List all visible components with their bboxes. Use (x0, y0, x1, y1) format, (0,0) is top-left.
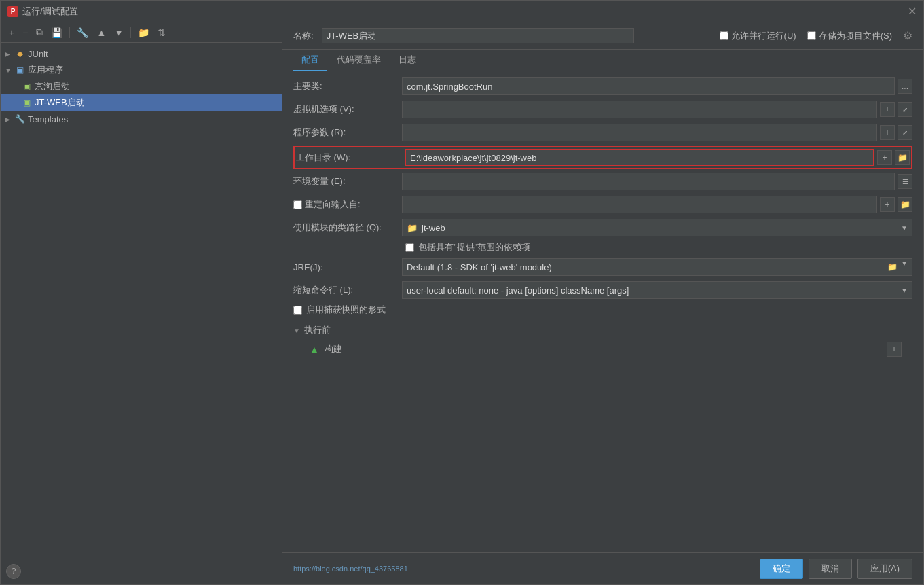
help-button[interactable]: ? (6, 564, 21, 579)
jtweb-label: JT-WEB启动 (35, 96, 85, 109)
app-label: 应用程序 (28, 64, 63, 76)
jre-label: JRE(J): (293, 262, 402, 272)
junit-arrow: ▶ (5, 50, 14, 58)
folder-button[interactable]: 📁 (135, 26, 152, 39)
app-params-input[interactable] (402, 124, 877, 141)
dialog: P 运行/调试配置 ✕ + − ⧉ 💾 🔧 ▲ ▼ 📁 ⇅ (0, 0, 924, 585)
sidebar-item-junit[interactable]: ▶ ◆ JUnit (1, 46, 282, 62)
env-vars-row: 环境变量 (E): ☰ (293, 172, 912, 191)
main-class-field: ... (402, 77, 912, 95)
module-folder-icon: 📁 (407, 223, 418, 233)
cancel-button[interactable]: 取消 (809, 559, 852, 579)
header-checkboxes: 允许并行运行(U) 存储为项目文件(S) ⚙ (720, 29, 912, 42)
capture-checkbox[interactable] (293, 306, 302, 315)
templates-label: Templates (28, 114, 68, 124)
params-browse-btn[interactable]: ⤢ (898, 125, 912, 140)
name-input[interactable] (322, 28, 634, 43)
redirect-input[interactable] (402, 196, 877, 213)
module-classpath-row: 使用模块的类路径 (Q): 📁 jt-web ▼ (293, 218, 912, 237)
junit-label: JUnit (28, 49, 48, 59)
save-config-button[interactable]: 💾 (48, 26, 65, 39)
templates-icon: 🔧 (14, 113, 25, 124)
settings-button[interactable]: 🔧 (74, 26, 91, 39)
app-arrow: ▼ (5, 67, 14, 74)
save-checkbox[interactable] (807, 31, 816, 40)
jingtao-label: 京淘启动 (35, 80, 70, 92)
vm-expand-btn[interactable]: + (880, 102, 895, 117)
jre-dropdown[interactable]: Default (1.8 - SDK of 'jt-web' module) 📁… (402, 258, 912, 276)
short-cmd-row: 缩短命令行 (L): user-local default: none - ja… (293, 281, 912, 300)
short-cmd-value: user-local default: none - java [options… (407, 285, 629, 296)
jre-row: JRE(J): Default (1.8 - SDK of 'jt-web' m… (293, 258, 912, 277)
remove-config-button[interactable]: − (20, 26, 31, 39)
sidebar-item-jingtao[interactable]: ▣ 京淘启动 (1, 78, 282, 94)
redirect-row: 重定向输入自: + 📁 (293, 195, 912, 214)
workdir-add-btn[interactable]: + (877, 150, 892, 165)
up-button[interactable]: ▲ (94, 26, 109, 39)
module-classpath-field: 📁 jt-web ▼ (402, 219, 912, 236)
close-button[interactable]: ✕ (908, 5, 917, 18)
add-build-btn[interactable]: + (887, 342, 902, 357)
parallel-checkbox[interactable] (720, 31, 728, 40)
module-dropdown[interactable]: 📁 jt-web ▼ (402, 219, 912, 236)
redirect-add-btn[interactable]: + (880, 197, 895, 212)
url-text: https://blog.csdn.net/qq_43765881 (293, 565, 408, 573)
module-classpath-label: 使用模块的类路径 (Q): (293, 221, 402, 234)
env-vars-input[interactable] (402, 173, 895, 190)
copy-config-button[interactable]: ⧉ (33, 25, 45, 39)
confirm-button[interactable]: 确定 (760, 559, 803, 579)
junit-icon: ◆ (14, 48, 25, 59)
workdir-browse-btn[interactable]: 📁 (895, 150, 910, 165)
working-dir-label: 工作目录 (W): (296, 152, 405, 164)
tab-coverage[interactable]: 代码覆盖率 (329, 50, 389, 71)
app-params-label: 程序参数 (R): (293, 126, 402, 139)
main-class-browse-btn[interactable]: ... (898, 79, 912, 94)
short-cmd-field: user-local default: none - java [options… (402, 281, 912, 299)
params-expand-btn[interactable]: + (880, 125, 895, 140)
vm-browse-btn[interactable]: ⤢ (898, 102, 912, 117)
before-launch-label: 执行前 (304, 324, 331, 336)
add-config-button[interactable]: + (6, 26, 17, 39)
tab-config[interactable]: 配置 (293, 50, 327, 71)
build-label: 构建 (325, 343, 342, 355)
sidebar-item-templates[interactable]: ▶ 🔧 Templates (1, 111, 282, 127)
sidebar-toolbar: + − ⧉ 💾 🔧 ▲ ▼ 📁 ⇅ (1, 22, 282, 43)
toolbar-separator2 (130, 27, 131, 38)
config-header: 名称: 允许并行运行(U) 存储为项目文件(S) ⚙ (282, 22, 923, 50)
capture-checkbox-row: 启用捕获快照的形式 (293, 304, 912, 316)
jre-folder-btn[interactable]: 📁 (885, 260, 900, 274)
form-content: 主要类: ... 虚拟机选项 (V): + ⤢ (282, 71, 923, 552)
build-icon: ▲ (310, 344, 319, 355)
working-dir-row: 工作目录 (W): + 📁 (293, 146, 912, 169)
sidebar-item-jtweb[interactable]: ▣ JT-WEB启动 (1, 94, 282, 111)
sidebar-item-app[interactable]: ▼ ▣ 应用程序 (1, 62, 282, 78)
module-value: jt-web (422, 223, 445, 233)
include-checkbox[interactable] (405, 243, 414, 252)
header-settings-icon[interactable]: ⚙ (903, 29, 912, 42)
main-class-input[interactable] (402, 77, 895, 95)
env-browse-btn[interactable]: ☰ (898, 174, 912, 189)
tab-log[interactable]: 日志 (390, 50, 424, 71)
down-button[interactable]: ▼ (111, 26, 126, 39)
module-dropdown-arrow: ▼ (901, 224, 908, 232)
app-params-row: 程序参数 (R): + ⤢ (293, 123, 912, 142)
before-launch-header[interactable]: ▼ 执行前 (293, 324, 912, 336)
sort-button[interactable]: ⇅ (155, 26, 168, 39)
save-checkbox-label[interactable]: 存储为项目文件(S) (807, 30, 892, 42)
working-dir-input[interactable] (405, 149, 874, 166)
redirect-browse-btn[interactable]: 📁 (898, 197, 912, 212)
apply-button[interactable]: 应用(A) (857, 559, 912, 579)
vm-options-input[interactable] (402, 101, 877, 118)
jre-value: Default (1.8 - SDK of 'jt-web' module) (407, 262, 552, 272)
jre-arrow: ▼ (901, 260, 908, 274)
short-cmd-arrow: ▼ (901, 287, 908, 294)
app-params-field: + ⤢ (402, 124, 912, 141)
redirect-checkbox[interactable] (293, 200, 302, 209)
main-content: + − ⧉ 💾 🔧 ▲ ▼ 📁 ⇅ ▶ ◆ JUnit (1, 22, 923, 584)
before-launch-arrow: ▼ (293, 327, 300, 334)
redirect-field: + 📁 (402, 196, 912, 213)
short-cmd-dropdown[interactable]: user-local default: none - java [options… (402, 281, 912, 299)
sidebar: + − ⧉ 💾 🔧 ▲ ▼ 📁 ⇅ ▶ ◆ JUnit (1, 22, 282, 584)
bottom-bar: https://blog.csdn.net/qq_43765881 确定 取消 … (282, 552, 923, 584)
parallel-checkbox-label[interactable]: 允许并行运行(U) (720, 30, 796, 42)
